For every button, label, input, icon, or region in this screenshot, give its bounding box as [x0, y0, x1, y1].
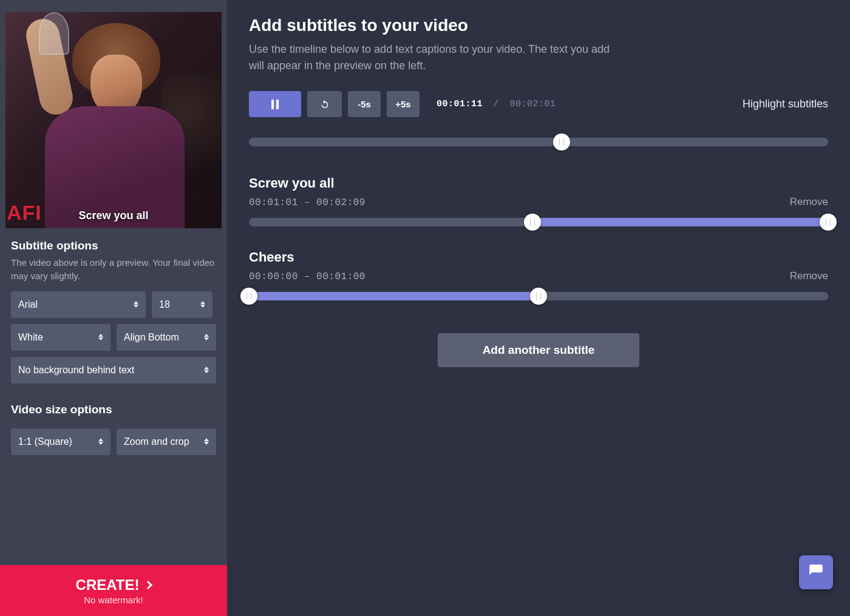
- select-arrows-icon: [204, 365, 210, 375]
- subtitle-start-thumb[interactable]: [240, 288, 257, 305]
- text-align-select[interactable]: Align Bottom: [117, 324, 216, 351]
- text-color-select[interactable]: White: [11, 324, 110, 351]
- seek-forward-5s-button[interactable]: +5s: [387, 91, 420, 117]
- add-subtitle-label: Add another subtitle: [483, 344, 595, 357]
- text-background-value: No background behind text: [18, 365, 134, 376]
- chevron-right-icon: [144, 580, 152, 589]
- playhead-thumb[interactable]: [553, 134, 570, 151]
- chat-icon: [808, 563, 824, 581]
- pause-icon: [271, 100, 279, 109]
- create-button[interactable]: CREATE! No watermark!: [0, 565, 227, 616]
- subtitle-text[interactable]: Cheers: [249, 249, 828, 265]
- duration: 00:02:01: [510, 99, 556, 109]
- subtitle-options-heading: Subtitle options: [11, 239, 216, 252]
- time-separator: /: [494, 99, 500, 109]
- video-preview[interactable]: AFI Screw you all: [5, 12, 222, 228]
- preview-caption: Screw you all: [5, 209, 222, 222]
- select-arrows-icon: [98, 437, 104, 447]
- current-time: 00:01:11: [437, 99, 483, 109]
- seek-back-label: -5s: [358, 99, 371, 109]
- subtitle-range-fill: [532, 218, 828, 226]
- playback-controls: -5s +5s 00:01:11 / 00:02:01 Highlight su…: [249, 91, 828, 117]
- subtitle-text[interactable]: Screw you all: [249, 175, 828, 191]
- replay-icon: [320, 100, 330, 109]
- create-button-label: CREATE!: [76, 577, 140, 594]
- font-size-value: 18: [159, 299, 170, 310]
- select-arrows-icon: [98, 333, 104, 342]
- create-button-subtext: No watermark!: [84, 595, 143, 605]
- video-size-heading: Video size options: [11, 403, 216, 416]
- crop-mode-select[interactable]: Zoom and crop: [117, 428, 216, 455]
- subtitle-block: Cheers 00:00:00 – 00:01:00 Remove: [249, 249, 828, 300]
- subtitle-range-fill: [249, 292, 539, 300]
- subtitle-range-track[interactable]: [249, 218, 828, 226]
- subtitle-start-thumb[interactable]: [524, 214, 541, 231]
- aspect-ratio-select[interactable]: 1:1 (Square): [11, 428, 110, 455]
- subtitle-time-range: 00:01:01 – 00:02:09: [249, 197, 365, 208]
- subtitle-time-range: 00:00:00 – 00:01:00: [249, 271, 365, 282]
- aspect-ratio-value: 1:1 (Square): [18, 436, 72, 447]
- remove-subtitle-link[interactable]: Remove: [790, 196, 828, 208]
- select-arrows-icon: [134, 300, 140, 310]
- text-align-value: Align Bottom: [124, 332, 179, 343]
- subtitle-block: Screw you all 00:01:01 – 00:02:09 Remove: [249, 175, 828, 226]
- crop-mode-value: Zoom and crop: [124, 436, 189, 447]
- replay-button[interactable]: [307, 91, 342, 117]
- subtitle-options-description: The video above is only a preview. Your …: [11, 256, 216, 283]
- page-title: Add subtitles to your video: [249, 16, 828, 35]
- font-select[interactable]: Arial: [11, 291, 146, 318]
- text-color-value: White: [18, 332, 43, 343]
- subtitle-end-thumb[interactable]: [530, 288, 547, 305]
- subtitle-end-thumb[interactable]: [820, 214, 837, 231]
- page-description: Use the timeline below to add text capti…: [249, 41, 625, 74]
- text-background-select[interactable]: No background behind text: [11, 357, 216, 384]
- add-subtitle-button[interactable]: Add another subtitle: [438, 333, 639, 367]
- highlight-subtitles-link[interactable]: Highlight subtitles: [743, 98, 828, 110]
- main-panel: Add subtitles to your video Use the time…: [227, 0, 850, 616]
- time-display: 00:01:11 / 00:02:01: [437, 99, 556, 109]
- select-arrows-icon: [204, 333, 210, 342]
- seek-back-5s-button[interactable]: -5s: [348, 91, 381, 117]
- remove-subtitle-link[interactable]: Remove: [790, 270, 828, 282]
- play-pause-button[interactable]: [249, 91, 301, 117]
- seek-forward-label: +5s: [395, 99, 410, 109]
- font-select-value: Arial: [18, 299, 38, 310]
- chat-fab[interactable]: [799, 555, 833, 589]
- subtitle-range-track[interactable]: [249, 292, 828, 300]
- select-arrows-icon: [204, 437, 210, 447]
- sidebar: AFI Screw you all Subtitle options The v…: [0, 0, 227, 616]
- select-arrows-icon: [200, 300, 206, 310]
- font-size-select[interactable]: 18: [152, 291, 212, 318]
- playhead-track[interactable]: [249, 138, 828, 146]
